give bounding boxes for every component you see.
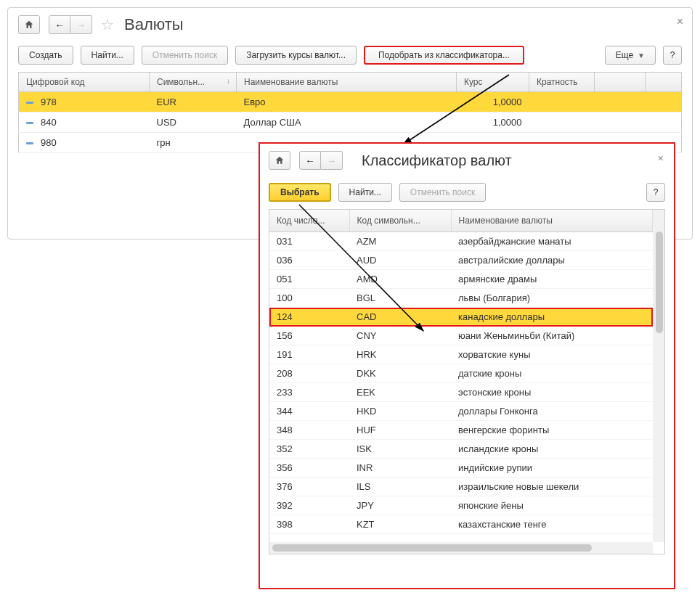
arrow-left-icon: ← — [54, 20, 64, 30]
favorite-star-icon[interactable]: ☆ — [101, 16, 114, 33]
col-extra2[interactable] — [646, 73, 682, 92]
back-button[interactable]: ← — [49, 15, 70, 34]
row-marker-icon — [26, 142, 33, 144]
arrow-left-icon: ← — [305, 155, 314, 166]
popup-title: Классификатор валют — [362, 152, 512, 169]
table-row[interactable]: 840USDДоллар США1,0000 — [19, 112, 682, 133]
classifier-popup: × ← → Классификатор валют Выбрать Найти.… — [259, 142, 675, 247]
load-rates-button[interactable]: Загрузить курсы валют... — [235, 46, 357, 65]
chevron-down-icon: ▼ — [638, 52, 645, 60]
col-code[interactable]: Цифровой код — [19, 73, 150, 92]
col-symbol[interactable]: Символьн...↓ — [150, 73, 237, 92]
select-button[interactable]: Выбрать — [269, 183, 331, 202]
col-mult[interactable]: Кратность — [529, 73, 595, 92]
home-button[interactable] — [18, 15, 40, 34]
row-marker-icon — [26, 122, 33, 124]
popup-home-button[interactable] — [269, 151, 290, 170]
help-button[interactable]: ? — [663, 46, 682, 65]
forward-button[interactable]: → — [70, 15, 92, 34]
more-button[interactable]: Еще▼ — [605, 46, 656, 65]
find-button[interactable]: Найти... — [81, 46, 134, 65]
cancel-search-button: Отменить поиск — [142, 46, 228, 65]
popup-find-button[interactable]: Найти... — [338, 183, 392, 202]
popup-close-icon[interactable]: × — [658, 152, 664, 164]
popup-toolbar: Выбрать Найти... Отменить поиск ? — [269, 183, 665, 202]
col-name[interactable]: Наименование валюты — [237, 73, 457, 92]
table-row[interactable]: 978EURЕвро1,0000 — [19, 92, 682, 112]
vertical-scroll-thumb[interactable] — [656, 232, 663, 247]
popup-help-button[interactable]: ? — [646, 183, 665, 202]
close-icon[interactable]: × — [677, 15, 683, 28]
popup-forward-button[interactable]: → — [321, 151, 343, 170]
arrow-right-icon: → — [76, 20, 86, 30]
classifier-row[interactable]: 031AZMазербайджанские манаты — [269, 232, 653, 247]
col-extra1[interactable] — [595, 73, 646, 92]
popup-table-container: Код число... Код символьн... Наименовани… — [269, 209, 665, 247]
classifier-table: Код число... Код символьн... Наименовани… — [269, 210, 653, 247]
pcol-name[interactable]: Наименование валюты — [451, 210, 653, 232]
sort-desc-icon: ↓ — [227, 77, 230, 85]
pick-from-classifier-button[interactable]: Подобрать из классификатора... — [364, 46, 524, 65]
popup-header-row: Код число... Код символьн... Наименовани… — [269, 210, 653, 232]
popup-back-button[interactable]: ← — [299, 151, 321, 170]
page-title: Валюты — [124, 15, 184, 34]
pcol-code[interactable]: Код число... — [269, 210, 349, 232]
col-rate[interactable]: Курс — [457, 73, 529, 92]
home-icon — [274, 155, 285, 165]
home-icon — [24, 20, 34, 30]
main-toolbar: Создать Найти... Отменить поиск Загрузит… — [18, 46, 682, 65]
main-titlebar: ← → ☆ Валюты — [18, 15, 682, 41]
popup-titlebar: ← → Классификатор валют — [269, 151, 665, 179]
popup-cancel-search-button: Отменить поиск — [399, 183, 486, 202]
row-marker-icon — [26, 102, 33, 104]
more-label: Еще — [616, 50, 633, 60]
arrow-right-icon: → — [327, 155, 336, 166]
nav-group: ← → — [49, 15, 92, 34]
pcol-sym[interactable]: Код символьн... — [349, 210, 451, 232]
vertical-scrollbar[interactable] — [653, 210, 664, 247]
popup-nav-group: ← → — [299, 151, 343, 170]
currencies-table: Цифровой код Символьн...↓ Наименование в… — [18, 72, 682, 153]
create-button[interactable]: Создать — [18, 46, 73, 65]
table-header-row: Цифровой код Символьн...↓ Наименование в… — [19, 73, 682, 92]
